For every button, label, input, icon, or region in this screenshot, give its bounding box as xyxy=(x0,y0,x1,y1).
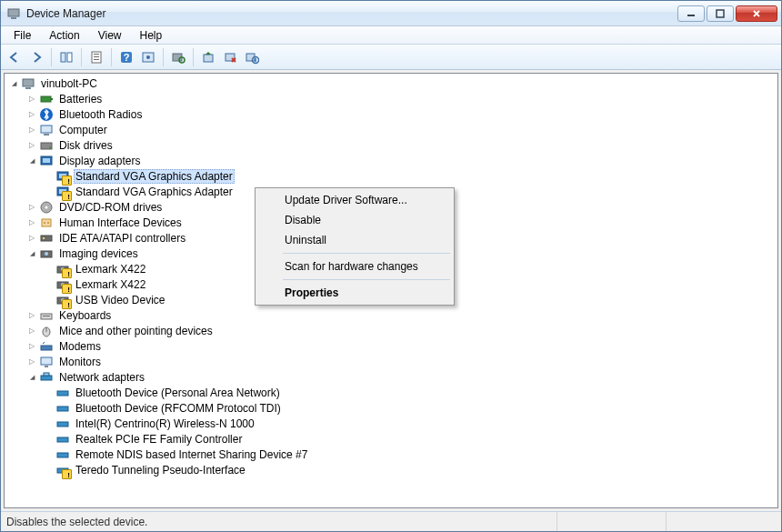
action-button[interactable] xyxy=(138,47,158,67)
network-icon xyxy=(39,370,54,385)
svg-point-47 xyxy=(61,283,65,286)
dvd-icon xyxy=(39,200,54,215)
svg-rect-8 xyxy=(94,56,99,57)
disable-device-button[interactable] xyxy=(242,47,262,67)
context-disable[interactable]: Disable xyxy=(257,210,452,230)
tree-node-label: Human Interface Devices xyxy=(57,216,184,229)
expander-icon[interactable] xyxy=(26,125,37,136)
svg-rect-37 xyxy=(42,219,51,226)
tree-node-batteries[interactable]: Batteries xyxy=(5,91,777,106)
expander-icon[interactable] xyxy=(26,156,37,166)
tree-node-vga-adapter[interactable]: Standard VGA Graphics Adapter xyxy=(5,168,777,184)
tree-node-net-device[interactable]: Bluetooth Device (Personal Area Network) xyxy=(5,385,777,400)
tree-root[interactable]: vinubolt-PC xyxy=(5,75,777,91)
svg-rect-4 xyxy=(61,53,65,62)
tree-node-modems[interactable]: Modems xyxy=(5,338,777,354)
back-button[interactable] xyxy=(5,47,25,67)
svg-rect-3 xyxy=(717,10,724,17)
expander-icon[interactable] xyxy=(8,78,19,89)
expander-icon[interactable] xyxy=(26,94,37,105)
svg-rect-25 xyxy=(41,125,52,133)
menu-view[interactable]: View xyxy=(89,27,131,44)
svg-rect-16 xyxy=(204,55,213,62)
expander-icon[interactable] xyxy=(26,356,37,367)
tree-node-label: Bluetooth Device (RFCOMM Protocol TDI) xyxy=(74,402,283,415)
svg-rect-2 xyxy=(687,15,695,16)
tree-node-label: Bluetooth Radios xyxy=(57,108,144,121)
expander-icon[interactable] xyxy=(26,310,37,321)
context-properties[interactable]: Properties xyxy=(257,283,452,303)
show-hide-console-tree-button[interactable] xyxy=(56,47,76,67)
tree-node-monitors[interactable]: Monitors xyxy=(5,354,777,369)
context-separator xyxy=(283,253,450,254)
svg-point-49 xyxy=(61,298,65,302)
svg-rect-31 xyxy=(57,172,68,180)
properties-button[interactable] xyxy=(86,47,106,67)
svg-rect-7 xyxy=(94,54,99,55)
expander-icon[interactable] xyxy=(26,233,37,244)
update-driver-button[interactable] xyxy=(198,47,218,67)
status-cell xyxy=(667,512,776,531)
tree-node-disk-drives[interactable]: Disk drives xyxy=(5,137,777,153)
help-button[interactable]: ? xyxy=(116,47,136,67)
maximize-button[interactable] xyxy=(707,5,734,22)
context-uninstall[interactable]: Uninstall xyxy=(257,230,452,250)
menu-action[interactable]: Action xyxy=(40,27,88,44)
tree-node-net-device[interactable]: Bluetooth Device (RFCOMM Protocol TDI) xyxy=(5,400,777,416)
tree-node-label: Batteries xyxy=(57,93,104,105)
tree-node-label: Monitors xyxy=(57,356,103,368)
tree-node-network[interactable]: Network adapters xyxy=(5,369,777,385)
expander-icon[interactable] xyxy=(26,109,37,120)
svg-rect-1 xyxy=(11,17,16,19)
tree-node-keyboards[interactable]: Keyboards xyxy=(5,307,777,323)
context-update-driver[interactable]: Update Driver Software... xyxy=(257,190,452,210)
tree-node-net-device[interactable]: Teredo Tunneling Pseudo-Interface xyxy=(5,462,777,477)
uninstall-device-button[interactable] xyxy=(220,47,240,67)
tree-node-net-device[interactable]: Realtek PCIe FE Family Controller xyxy=(5,431,777,447)
close-button[interactable] xyxy=(736,5,777,22)
minimize-button[interactable] xyxy=(677,5,705,22)
tree-node-mice[interactable]: Mice and other pointing devices xyxy=(5,323,777,338)
imaging-device-icon xyxy=(55,277,70,292)
toolbar-separator xyxy=(81,48,82,66)
tree-node-net-device[interactable]: Remote NDIS based Internet Sharing Devic… xyxy=(5,447,777,462)
context-separator xyxy=(283,279,450,280)
battery-icon xyxy=(39,92,54,106)
toolbar-separator xyxy=(193,48,194,66)
expander-icon[interactable] xyxy=(26,217,37,228)
tree-node-net-device[interactable]: Intel(R) Centrino(R) Wireless-N 1000 xyxy=(5,416,777,431)
context-scan[interactable]: Scan for hardware changes xyxy=(257,256,452,276)
expander-icon[interactable] xyxy=(26,248,37,259)
bluetooth-icon xyxy=(39,107,54,122)
mouse-icon xyxy=(39,324,54,338)
menubar: File Action View Help xyxy=(1,26,781,45)
window-title: Device Manager xyxy=(26,7,105,20)
svg-point-13 xyxy=(146,55,150,59)
tree-node-bluetooth[interactable]: Bluetooth Radios xyxy=(5,106,777,122)
tree-node-label: Imaging devices xyxy=(57,247,140,260)
expander-icon[interactable] xyxy=(26,341,37,352)
forward-button[interactable] xyxy=(26,47,46,67)
expander-icon[interactable] xyxy=(26,202,37,213)
menu-file[interactable]: File xyxy=(5,27,40,44)
svg-rect-22 xyxy=(41,96,51,102)
scan-hardware-button[interactable] xyxy=(168,47,188,67)
tree-node-label: vinubolt-PC xyxy=(39,77,99,90)
svg-point-39 xyxy=(47,222,49,224)
tree-node-computer[interactable]: Computer xyxy=(5,122,777,137)
tree-node-display-adapters[interactable]: Display adapters xyxy=(5,153,777,168)
svg-rect-30 xyxy=(43,158,50,163)
tree-node-label: Lexmark X422 xyxy=(74,263,147,276)
tree-node-label: USB Video Device xyxy=(74,294,167,306)
status-cell xyxy=(557,512,667,531)
svg-rect-34 xyxy=(59,189,66,194)
expander-icon[interactable] xyxy=(26,326,37,336)
svg-point-43 xyxy=(45,252,48,256)
tree-node-label: Standard VGA Graphics Adapter xyxy=(74,186,235,198)
expander-icon[interactable] xyxy=(26,372,37,383)
menu-help[interactable]: Help xyxy=(131,27,172,44)
svg-point-38 xyxy=(44,222,45,224)
expander-icon[interactable] xyxy=(26,140,37,151)
display-adapter-icon xyxy=(55,169,70,184)
toolbar-separator xyxy=(51,48,52,66)
